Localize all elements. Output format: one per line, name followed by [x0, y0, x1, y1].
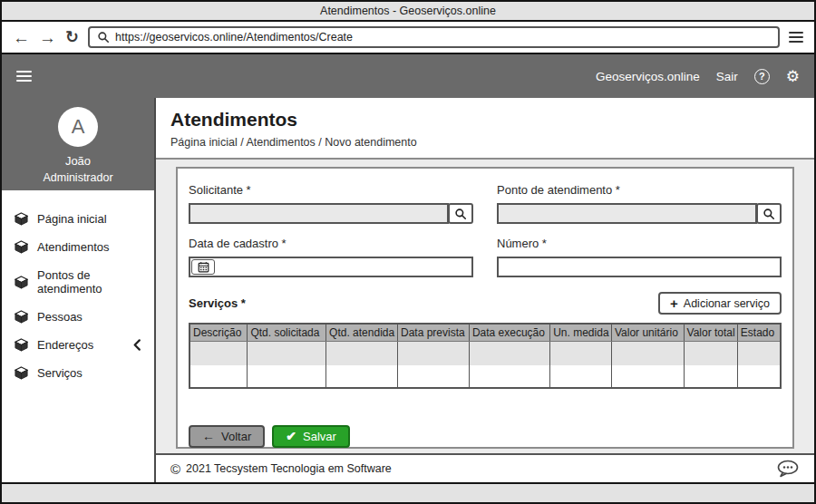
col-estado: Estado [737, 324, 781, 342]
breadcrumb: Página inicial / Atendimentos / Novo ate… [170, 136, 800, 149]
cube-icon [15, 276, 28, 289]
url-bar[interactable]: https://geoservicos.online/Atendimentos/… [88, 26, 780, 48]
user-profile: A João Administrador [2, 98, 154, 190]
sidebar: A João Administrador Página inicial Aten… [2, 98, 156, 482]
solicitante-label: Solicitante * [189, 183, 473, 197]
ponto-atendimento-field: Ponto de atendimento * [497, 183, 782, 224]
logout-link[interactable]: Sair [716, 70, 738, 83]
back-arrow-icon: ← [202, 430, 215, 442]
search-icon [763, 208, 775, 220]
ponto-atendimento-input[interactable] [497, 203, 757, 224]
help-icon[interactable]: ? [754, 69, 770, 84]
numero-label: Número * [497, 237, 782, 250]
sidebar-menu: Página inicial Atendimentos Pontos de at… [2, 190, 154, 387]
refresh-icon[interactable]: ↻ [65, 29, 79, 45]
back-button[interactable]: ← Voltar [189, 425, 265, 448]
col-qtd-atendida: Qtd. atendida [326, 324, 398, 342]
window-bottom-strip [2, 482, 814, 502]
browser-menu-icon[interactable] [789, 32, 803, 44]
calendar-button[interactable] [191, 259, 215, 275]
services-table: Descrição Qtd. solicitada Qtd. atendida … [189, 323, 782, 389]
numero-input[interactable] [497, 257, 782, 277]
sidebar-item-servicos[interactable]: Serviços [2, 359, 154, 387]
save-button-label: Salvar [303, 430, 336, 443]
form-panel: Solicitante * Ponto de atendimento * [176, 167, 794, 449]
sidebar-item-pontos-de-atendimento[interactable]: Pontos de atendimento [2, 261, 154, 303]
cube-icon [15, 338, 28, 352]
footer: © 2021 Tecsystem Tecnologia em Software [156, 453, 814, 482]
footer-text: 2021 Tecsystem Tecnologia em Software [186, 462, 392, 475]
col-un-medida: Un. medida [550, 324, 612, 342]
data-cadastro-field: Data de cadastro * [189, 237, 473, 277]
sidebar-item-label: Endereços [37, 338, 93, 352]
avatar: A [58, 107, 98, 147]
ponto-atendimento-search-button[interactable] [756, 203, 782, 224]
browser-title: Atendimentos - Geoserviços.online [320, 5, 496, 17]
sidebar-item-pessoas[interactable]: Pessoas [2, 303, 154, 331]
copyright-icon: © [170, 461, 180, 477]
cube-icon [15, 240, 28, 254]
cube-icon [15, 212, 28, 226]
app-header: Geoserviços.online Sair ? ⚙ [2, 54, 814, 98]
chat-bubble-icon[interactable] [776, 460, 800, 478]
search-icon [97, 31, 110, 44]
url-text: https://geoservicos.online/Atendimentos/… [115, 31, 353, 44]
solicitante-input[interactable] [189, 203, 449, 224]
check-icon: ✔ [286, 430, 296, 442]
col-data-prevista: Data prevista [397, 324, 469, 342]
page-header: Atendimentos Página inicial / Atendiment… [156, 98, 814, 160]
table-row [189, 365, 781, 388]
col-valor-total: Valor total [684, 324, 737, 342]
sidebar-item-label: Serviços [37, 366, 83, 380]
cube-icon [15, 366, 28, 380]
browser-window: Atendimentos - Geoserviços.online ← → ↻ … [0, 0, 816, 504]
add-service-button[interactable]: + Adicionar serviço [658, 292, 782, 315]
hamburger-menu-icon[interactable] [16, 71, 32, 82]
user-role: Administrador [43, 171, 112, 184]
table-row [189, 342, 781, 365]
back-icon[interactable]: ← [13, 29, 30, 46]
calendar-icon [198, 261, 209, 273]
gear-icon[interactable]: ⚙ [786, 69, 800, 84]
main-area: Atendimentos Página inicial / Atendiment… [156, 98, 814, 482]
data-cadastro-label: Data de cadastro * [189, 237, 473, 250]
sidebar-item-label: Pessoas [37, 310, 83, 324]
browser-navbar: ← → ↻ https://geoservicos.online/Atendim… [2, 22, 814, 54]
col-qtd-solicitada: Qtd. solicitada [248, 324, 326, 342]
save-button[interactable]: ✔ Salvar [272, 425, 350, 448]
cube-icon [15, 310, 28, 324]
sidebar-item-label: Página inicial [37, 212, 107, 226]
search-icon [454, 208, 467, 220]
col-valor-unitario: Valor unitário [611, 324, 684, 342]
col-descricao: Descrição [189, 324, 248, 342]
solicitante-field: Solicitante * [189, 183, 473, 224]
content-area: Solicitante * Ponto de atendimento * [156, 160, 814, 453]
add-service-label: Adicionar serviço [684, 297, 770, 310]
solicitante-search-button[interactable] [448, 203, 473, 224]
col-data-execucao: Data execução [469, 324, 549, 342]
plus-icon: + [670, 296, 678, 310]
sidebar-item-atendimentos[interactable]: Atendimentos [2, 233, 154, 261]
user-name: João [65, 154, 91, 168]
sidebar-item-label: Pontos de atendimento [37, 268, 141, 296]
numero-field: Número * [497, 237, 782, 277]
brand-text: Geoserviços.online [596, 70, 700, 83]
back-button-label: Voltar [221, 430, 251, 443]
ponto-atendimento-label: Ponto de atendimento * [497, 183, 782, 197]
table-header-row: Descrição Qtd. solicitada Qtd. atendida … [189, 324, 781, 342]
servicos-label: Serviços * [189, 296, 246, 310]
data-cadastro-input[interactable] [189, 257, 473, 277]
page-title: Atendimentos [170, 109, 800, 131]
sidebar-item-label: Atendimentos [37, 240, 110, 254]
forward-icon[interactable]: → [39, 29, 56, 46]
browser-titlebar: Atendimentos - Geoserviços.online [2, 2, 814, 22]
sidebar-item-pagina-inicial[interactable]: Página inicial [2, 205, 154, 233]
sidebar-item-enderecos[interactable]: Endereços [2, 331, 154, 359]
chevron-left-icon[interactable] [132, 339, 141, 351]
